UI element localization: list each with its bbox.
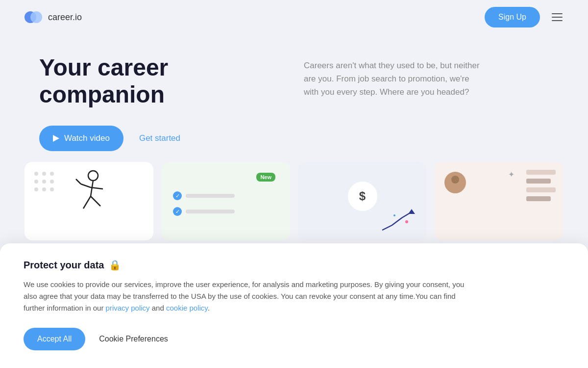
salary-dollar-icon: $ <box>348 182 377 211</box>
svg-point-13 <box>448 185 462 193</box>
cookie-title-row: Protect your data 🔒 <box>24 259 564 271</box>
accept-all-button[interactable]: Accept All <box>24 328 85 350</box>
menu-line-3 <box>552 20 563 21</box>
check-circle-1: ✓ <box>173 191 182 200</box>
card-running <box>24 162 153 240</box>
cookie-buttons: Accept All Cookie Preferences <box>24 328 564 350</box>
cookie-banner: Protect your data 🔒 We use cookies to pr… <box>0 243 588 368</box>
hero-title: Your career companion <box>39 54 284 108</box>
cookie-period: . <box>208 304 210 312</box>
svg-line-7 <box>91 187 103 189</box>
menu-line-1 <box>552 13 563 14</box>
checklist-item-1: ✓ <box>173 191 235 200</box>
svg-point-11 <box>393 214 395 216</box>
check-line-1 <box>186 194 235 198</box>
svg-point-12 <box>451 176 459 184</box>
hero-description: Careers aren't what they used to be, but… <box>304 59 480 99</box>
svg-line-8 <box>76 179 81 184</box>
menu-line-2 <box>552 17 563 18</box>
card-profile: ✦ <box>435 162 564 240</box>
svg-point-1 <box>30 11 42 23</box>
svg-marker-9 <box>408 209 415 214</box>
doc-line-1 <box>526 170 556 175</box>
lock-icon: 🔒 <box>109 259 121 271</box>
svg-point-10 <box>405 220 408 223</box>
svg-line-4 <box>83 196 91 209</box>
hero-section: Your career companion Watch video Get st… <box>0 34 588 151</box>
play-icon <box>53 135 59 142</box>
preview-cards: New ✓ ✓ $ ✦ <box>0 162 588 240</box>
logo-text: career.io <box>48 12 82 23</box>
get-started-button[interactable]: Get started <box>135 131 184 145</box>
privacy-policy-link[interactable]: privacy policy <box>106 304 150 312</box>
header: career.io Sign Up <box>0 0 588 34</box>
card-checklist: New ✓ ✓ <box>161 162 290 240</box>
logo-area: career.io <box>24 7 82 27</box>
cookie-title: Protect your data <box>24 260 104 271</box>
doc-line-2 <box>526 179 551 184</box>
sparkle-icon: ✦ <box>508 170 514 179</box>
running-figure-illustration <box>49 167 127 226</box>
doc-lines <box>526 170 556 201</box>
salary-chart <box>380 208 419 233</box>
cookie-desc-text-1: We use cookies to provide our services, … <box>24 280 464 312</box>
sign-up-button[interactable]: Sign Up <box>485 7 540 27</box>
cookie-preferences-button[interactable]: Cookie Preferences <box>99 335 168 343</box>
hero-left: Your career companion Watch video Get st… <box>39 54 284 151</box>
logo-icon <box>24 7 43 27</box>
watch-video-label: Watch video <box>64 133 110 143</box>
svg-line-5 <box>91 196 100 206</box>
check-circle-2: ✓ <box>173 207 182 216</box>
dot <box>42 187 46 191</box>
check-line-2 <box>186 210 235 213</box>
doc-line-3 <box>526 187 556 192</box>
hero-buttons: Watch video Get started <box>39 126 284 151</box>
svg-line-3 <box>91 181 93 196</box>
dot <box>34 172 38 176</box>
cookie-description: We use cookies to provide our services, … <box>24 279 465 314</box>
avatar <box>444 172 466 193</box>
dot <box>34 187 38 191</box>
menu-button[interactable] <box>550 11 564 23</box>
dot <box>42 172 46 176</box>
dot <box>34 180 38 184</box>
checklist-item-2: ✓ <box>173 207 235 216</box>
header-right: Sign Up <box>485 7 564 27</box>
hero-right: Careers aren't what they used to be, but… <box>304 54 549 151</box>
watch-video-button[interactable]: Watch video <box>39 126 123 151</box>
cookie-and-text: and <box>150 304 166 312</box>
new-badge: New <box>256 173 275 182</box>
card-salary: $ <box>298 162 427 240</box>
cookie-policy-link[interactable]: cookie policy <box>166 304 208 312</box>
doc-line-4 <box>526 196 551 201</box>
dot <box>42 180 46 184</box>
svg-point-2 <box>88 171 98 181</box>
svg-line-6 <box>81 184 91 187</box>
